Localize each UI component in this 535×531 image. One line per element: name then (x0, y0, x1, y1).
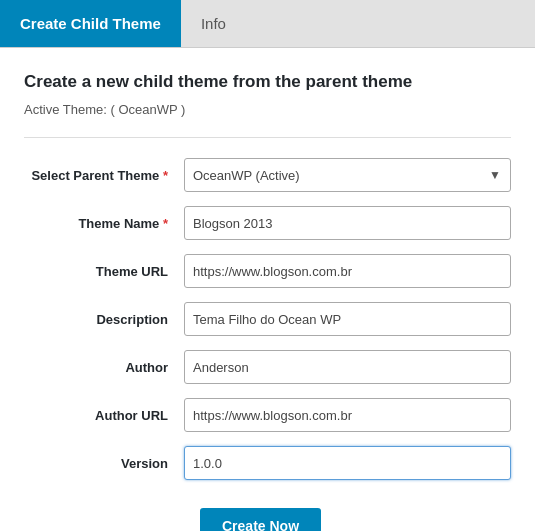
active-theme-label: Active Theme: (24, 102, 107, 117)
tab-create-child-theme[interactable]: Create Child Theme (0, 0, 181, 47)
select-wrapper-parent-theme: OceanWP (Active) TwentyTwenty TwentyTwen… (184, 158, 511, 192)
button-row: Create Now (24, 494, 511, 531)
active-theme-line: Active Theme: ( OceanWP ) (24, 102, 511, 117)
main-content: Create a new child theme from the parent… (0, 48, 535, 531)
divider (24, 137, 511, 138)
active-theme-value: ( OceanWP ) (110, 102, 185, 117)
label-author: Author (24, 360, 184, 375)
input-author-url[interactable] (184, 398, 511, 432)
form-row-version: Version (24, 446, 511, 480)
page-container: Create Child Theme Info Create a new chi… (0, 0, 535, 531)
label-theme-url: Theme URL (24, 264, 184, 279)
input-description[interactable] (184, 302, 511, 336)
input-theme-name[interactable] (184, 206, 511, 240)
create-now-button[interactable]: Create Now (200, 508, 321, 531)
label-theme-name: Theme Name * (24, 216, 184, 231)
select-parent-theme[interactable]: OceanWP (Active) TwentyTwenty TwentyTwen… (184, 158, 511, 192)
required-star-name: * (163, 216, 168, 231)
form-row-description: Description (24, 302, 511, 336)
form-row-theme-name: Theme Name * (24, 206, 511, 240)
label-description: Description (24, 312, 184, 327)
form-row-theme-url: Theme URL (24, 254, 511, 288)
form-row-author: Author (24, 350, 511, 384)
label-version: Version (24, 456, 184, 471)
tab-bar: Create Child Theme Info (0, 0, 535, 48)
page-title: Create a new child theme from the parent… (24, 72, 511, 92)
tab-info[interactable]: Info (181, 0, 246, 47)
input-version[interactable] (184, 446, 511, 480)
required-star-parent: * (163, 168, 168, 183)
input-theme-url[interactable] (184, 254, 511, 288)
form-row-author-url: Author URL (24, 398, 511, 432)
label-parent-theme: Select Parent Theme * (24, 168, 184, 183)
label-author-url: Author URL (24, 408, 184, 423)
input-author[interactable] (184, 350, 511, 384)
form-row-parent-theme: Select Parent Theme * OceanWP (Active) T… (24, 158, 511, 192)
